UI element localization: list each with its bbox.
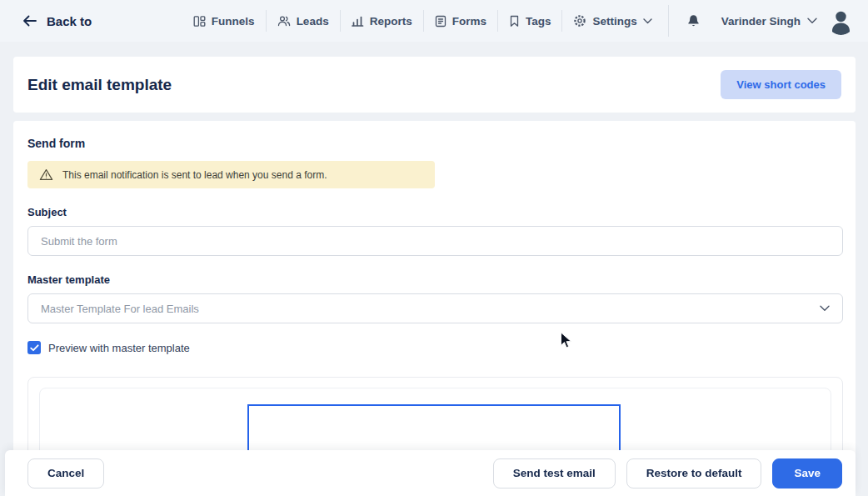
warning-icon <box>39 168 53 181</box>
nav-item-leads[interactable]: Leads <box>267 9 340 33</box>
nav-item-forms[interactable]: Forms <box>424 9 497 33</box>
bell-icon <box>687 14 700 28</box>
nav-item-label: Funnels <box>212 15 255 28</box>
user-name: Varinder Singh <box>721 15 801 28</box>
nav-divider <box>668 5 669 37</box>
checkbox-label: Preview with master template <box>48 342 190 354</box>
funnels-icon <box>193 15 206 28</box>
cancel-button[interactable]: Cancel <box>27 458 104 488</box>
nav-item-label: Settings <box>592 15 636 28</box>
nav-item-tags[interactable]: Tags <box>498 9 562 33</box>
user-menu[interactable]: Varinder Singh <box>713 15 827 28</box>
chevron-down-icon <box>807 18 817 24</box>
leads-icon <box>277 15 291 27</box>
nav-item-label: Tags <box>526 15 551 28</box>
subject-label: Subject <box>27 206 843 218</box>
nav-item-settings[interactable]: Settings <box>562 9 662 33</box>
master-template-select[interactable]: Master Template For lead Emails <box>27 293 843 323</box>
back-button[interactable]: Back to <box>22 14 92 28</box>
restore-to-default-button[interactable]: Restore to default <box>626 458 762 488</box>
avatar[interactable] <box>827 8 855 35</box>
tags-icon <box>509 15 520 28</box>
chevron-down-icon <box>820 305 830 312</box>
back-label: Back to <box>47 14 92 28</box>
preview-with-master-template-checkbox[interactable]: Preview with master template <box>27 341 843 354</box>
page-header-card: Edit email template View short codes <box>13 57 856 113</box>
nav-item-funnels[interactable]: Funnels <box>182 9 266 33</box>
nav-item-label: Leads <box>297 15 329 28</box>
master-template-label: Master template <box>27 273 843 286</box>
chevron-down-icon <box>643 18 652 24</box>
forms-icon <box>435 15 446 28</box>
reports-icon <box>352 15 364 27</box>
nav-item-label: Forms <box>452 15 486 28</box>
nav-item-reports[interactable]: Reports <box>341 9 423 33</box>
footer-action-bar: Cancel Send test email Restore to defaul… <box>5 450 856 496</box>
save-button[interactable]: Save <box>772 458 842 488</box>
primary-nav: Funnels Leads Reports <box>182 5 855 37</box>
nav-item-label: Reports <box>370 15 412 28</box>
section-title: Send form <box>27 137 843 150</box>
notifications-button[interactable] <box>674 14 713 28</box>
checkbox-checked-icon <box>27 341 41 354</box>
send-test-email-button[interactable]: Send test email <box>493 458 616 488</box>
warning-text: This email notification is sent to lead … <box>62 169 327 181</box>
warning-banner: This email notification is sent to lead … <box>27 161 435 188</box>
view-short-codes-button[interactable]: View short codes <box>721 70 841 99</box>
edit-template-form-card: Send form This email notification is sen… <box>13 121 856 496</box>
page-title: Edit email template <box>27 76 172 94</box>
settings-icon <box>573 14 586 28</box>
subject-input[interactable] <box>27 226 843 256</box>
top-navigation-bar: Back to Funnels Leads <box>0 0 868 42</box>
master-template-value: Master Template For lead Emails <box>41 303 199 315</box>
back-arrow-icon <box>22 15 37 27</box>
